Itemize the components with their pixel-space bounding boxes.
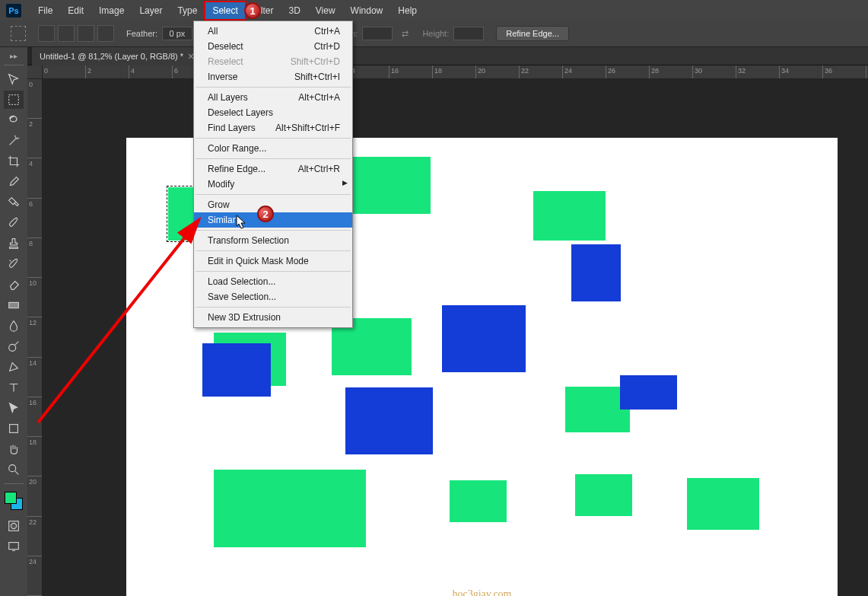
ruler-corner <box>27 65 43 79</box>
document-tab-bar: Untitled-1 @ 81,2% (Layer 0, RGB/8) * × <box>0 47 868 65</box>
svg-point-2 <box>9 344 16 351</box>
svg-point-6 <box>11 523 16 528</box>
dodge-tool-icon[interactable] <box>4 337 24 355</box>
wand-tool-icon[interactable] <box>4 132 24 150</box>
menu-type[interactable]: Type <box>170 2 205 20</box>
intersect-selection-icon[interactable] <box>97 25 114 42</box>
menu-item-inverse[interactable]: InverseShift+Ctrl+I <box>194 69 352 84</box>
zoom-tool-icon[interactable] <box>4 461 24 479</box>
tool-preset-icon[interactable] <box>11 26 26 41</box>
svg-rect-7 <box>9 543 19 550</box>
shape-rect <box>450 480 507 522</box>
shape-rect <box>202 343 271 397</box>
shape-rect <box>442 305 526 372</box>
shape-rect <box>345 387 433 454</box>
width-input <box>362 27 393 40</box>
height-label: Height: <box>422 29 449 38</box>
hand-tool-icon[interactable] <box>4 440 24 458</box>
watermark-text: hoc3giay.com <box>452 588 511 596</box>
annotation-badge-1: 1 <box>244 2 261 19</box>
menu-image[interactable]: Image <box>91 2 132 20</box>
menu-window[interactable]: Window <box>343 2 391 20</box>
feather-label: Feather: <box>126 29 157 38</box>
shape-rect <box>214 470 366 547</box>
menu-item-load-selection[interactable]: Load Selection... <box>194 274 352 289</box>
shape-tool-icon[interactable] <box>4 419 24 438</box>
svg-point-4 <box>9 465 16 472</box>
menu-item-deselect-layers[interactable]: Deselect Layers <box>194 105 352 120</box>
menu-bar: Ps FileEditImageLayerTypeSelectFilter3DV… <box>0 0 868 21</box>
menu-item-modify[interactable]: Modify▶ <box>194 177 352 192</box>
menu-select[interactable]: Select <box>205 2 245 20</box>
height-input <box>453 27 484 40</box>
marquee-tool-icon[interactable] <box>4 91 24 109</box>
gradient-tool-icon[interactable] <box>4 296 24 314</box>
menu-item-all[interactable]: AllCtrl+A <box>194 24 352 39</box>
stamp-tool-icon[interactable] <box>4 234 24 253</box>
shape-rect <box>575 474 632 516</box>
tools-panel: ▸▸ <box>0 47 27 596</box>
document-tab[interactable]: Untitled-1 @ 81,2% (Layer 0, RGB/8) * × <box>32 47 202 65</box>
menu-item-color-range[interactable]: Color Range... <box>194 141 352 156</box>
history-brush-tool-icon[interactable] <box>4 255 24 273</box>
svg-rect-1 <box>9 302 19 308</box>
shape-rect <box>571 244 621 301</box>
collapse-icon[interactable]: ▸▸ <box>10 52 17 60</box>
menu-help[interactable]: Help <box>390 2 424 20</box>
add-selection-icon[interactable] <box>58 25 75 42</box>
color-swatch[interactable] <box>5 492 23 510</box>
path-select-tool-icon[interactable] <box>4 399 24 417</box>
pen-tool-icon[interactable] <box>4 358 24 376</box>
svg-rect-0 <box>9 95 19 105</box>
menu-3d[interactable]: 3D <box>281 2 307 20</box>
ruler-vertical: 024681012141618202224 <box>27 79 43 596</box>
menu-item-save-selection[interactable]: Save Selection... <box>194 289 352 304</box>
lasso-tool-icon[interactable] <box>4 111 24 129</box>
eraser-tool-icon[interactable] <box>4 276 24 294</box>
svg-rect-3 <box>10 425 18 433</box>
menu-item-find-layers[interactable]: Find LayersAlt+Shift+Ctrl+F <box>194 120 352 135</box>
quickmask-icon[interactable] <box>4 517 24 535</box>
feather-input[interactable] <box>162 27 192 40</box>
menu-item-edit-in-quick-mask-mode[interactable]: Edit in Quick Mask Mode <box>194 253 352 269</box>
menu-item-reselect: ReselectShift+Ctrl+D <box>194 54 352 69</box>
options-bar: Feather: Anti-alias Style: Normal Width:… <box>0 21 868 47</box>
type-tool-icon[interactable] <box>4 378 24 397</box>
shape-rect <box>351 157 431 214</box>
crop-tool-icon[interactable] <box>4 152 24 171</box>
menu-edit[interactable]: Edit <box>60 2 91 20</box>
subtract-selection-icon[interactable] <box>78 25 94 42</box>
canvas-area: 0246810121416182022242628303234363840424… <box>27 65 868 596</box>
shape-rect <box>539 191 547 199</box>
menu-item-all-layers[interactable]: All LayersAlt+Ctrl+A <box>194 90 352 105</box>
document-tab-title: Untitled-1 @ 81,2% (Layer 0, RGB/8) * <box>40 52 183 61</box>
eyedropper-tool-icon[interactable] <box>4 173 24 191</box>
menu-item-deselect[interactable]: DeselectCtrl+D <box>194 39 352 54</box>
move-tool-icon[interactable] <box>4 70 24 88</box>
menu-item-refine-edge[interactable]: Refine Edge...Alt+Ctrl+R <box>194 161 352 177</box>
screenmode-icon[interactable] <box>4 537 24 556</box>
select-menu-dropdown: AllCtrl+ADeselectCtrl+DReselectShift+Ctr… <box>193 21 353 328</box>
menu-item-new-3d-extrusion[interactable]: New 3D Extrusion <box>194 310 352 325</box>
blur-tool-icon[interactable] <box>4 317 24 335</box>
ruler-horizontal: 0246810121416182022242628303234363840424… <box>43 65 868 79</box>
shape-rect <box>620 375 677 410</box>
menu-file[interactable]: File <box>30 2 60 20</box>
annotation-badge-2: 2 <box>257 206 274 222</box>
menu-item-transform-selection[interactable]: Transform Selection <box>194 233 352 248</box>
menu-view[interactable]: View <box>308 2 343 20</box>
brush-tool-icon[interactable] <box>4 214 24 232</box>
refine-edge-button[interactable]: Refine Edge... <box>496 26 569 41</box>
app-logo: Ps <box>6 4 21 18</box>
shape-rect <box>687 478 759 530</box>
healing-tool-icon[interactable] <box>4 193 24 212</box>
menu-layer[interactable]: Layer <box>132 2 170 20</box>
new-selection-icon[interactable] <box>38 25 55 42</box>
